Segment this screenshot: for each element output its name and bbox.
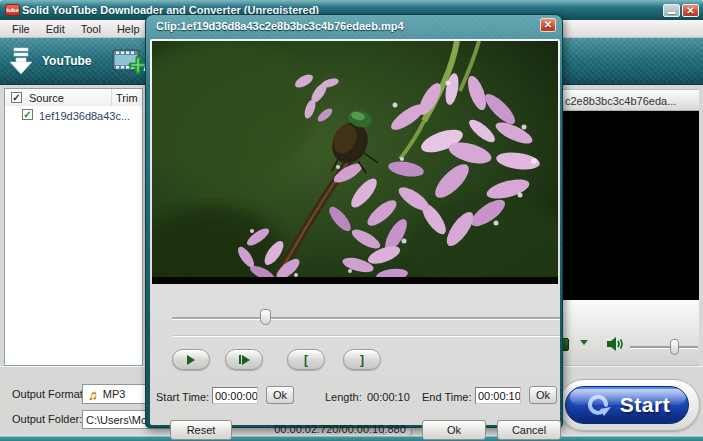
separator [172, 335, 560, 337]
column-trim[interactable]: Trim [116, 92, 138, 104]
length-label: Length: [325, 391, 362, 403]
step-forward-icon [239, 355, 241, 364]
menu-file[interactable]: File [4, 21, 38, 37]
output-format-value: MP3 [103, 388, 126, 400]
start-time-input[interactable] [212, 387, 258, 404]
step-forward-button[interactable] [225, 349, 263, 370]
source-list-panel: ✓ Source Trim ✓ 1ef19d36d8a43c... [4, 88, 143, 366]
output-format-label: Output Format: [12, 388, 86, 400]
youtube-download-button[interactable]: YouTube [8, 41, 110, 81]
minimize-button[interactable] [663, 4, 680, 17]
start-button-frame: Start [558, 379, 700, 431]
chevron-down-icon[interactable] [580, 340, 588, 345]
close-bracket-icon: ] [360, 354, 364, 366]
start-button[interactable]: Start [565, 386, 689, 424]
video-frame [152, 41, 558, 284]
dialog-close-icon: ✕ [544, 20, 552, 30]
end-time-ok-button[interactable]: Ok [529, 386, 557, 404]
youtube-label: YouTube [42, 54, 92, 68]
seek-slider-thumb[interactable] [260, 309, 271, 325]
dialog-close-button[interactable]: ✕ [540, 18, 556, 32]
clip-dialog: Clip:1ef19d36d8a43c2e8b3bc3c4b76edaeb.mp… [145, 14, 563, 428]
output-folder-label: Output Folder: [12, 413, 82, 425]
speaker-icon[interactable] [606, 336, 623, 352]
music-note-icon: ♫ [88, 387, 98, 402]
end-time-input[interactable] [475, 387, 521, 404]
column-source[interactable]: Source [29, 92, 64, 104]
minimize-icon [668, 12, 675, 14]
video-still-lilac-beetle [152, 41, 558, 284]
source-list-header: ✓ Source Trim [5, 89, 142, 106]
add-video-button[interactable] [112, 46, 146, 76]
window-bottom-edge [0, 435, 703, 441]
reset-button[interactable]: Reset [170, 420, 232, 440]
start-time-label: Start Time: [156, 391, 209, 403]
column-divider [111, 89, 112, 106]
seek-slider-track[interactable] [172, 317, 560, 320]
open-bracket-icon: [ [304, 354, 308, 366]
length-value: 00:00:10 [367, 391, 410, 403]
mark-start-button[interactable]: [ [287, 349, 325, 370]
dialog-cancel-button[interactable]: Cancel [497, 420, 561, 440]
mark-end-button[interactable]: ] [343, 349, 381, 370]
select-all-checkbox[interactable]: ✓ [11, 92, 22, 103]
app-icon: tube [5, 4, 20, 16]
menu-edit[interactable]: Edit [38, 21, 73, 37]
close-button[interactable]: ✕ [682, 4, 699, 17]
menu-help[interactable]: Help [109, 21, 148, 37]
volume-slider-track[interactable] [630, 346, 698, 349]
play-button[interactable] [172, 349, 210, 370]
end-time-label: End Time: [422, 391, 472, 403]
menu-tool[interactable]: Tool [73, 21, 109, 37]
clip-dialog-body: [ ] Start Time: Ok Length: 00:00:10 End … [150, 39, 560, 425]
preview-filename: c2e8b3bc3c4b76eda... [565, 95, 676, 107]
start-time-ok-button[interactable]: Ok [266, 386, 294, 404]
source-row[interactable]: ✓ 1ef19d36d8a43c... [5, 108, 142, 124]
source-row-label: 1ef19d36d8a43c... [39, 110, 130, 122]
source-row-checkbox[interactable]: ✓ [22, 109, 33, 120]
clip-dialog-title: Clip:1ef19d36d8a43c2e8b3bc3c4b76edaeb.mp… [156, 20, 404, 32]
start-button-gloss [570, 389, 686, 405]
dialog-ok-button[interactable]: Ok [422, 420, 486, 440]
volume-slider-thumb[interactable] [670, 339, 679, 355]
app-window: tube Solid YouTube Downloader and Conver… [0, 0, 703, 441]
download-arrow-icon [8, 47, 34, 75]
film-add-icon [112, 46, 146, 76]
close-icon: ✕ [686, 6, 694, 16]
playback-position-text: 00:00:02.720/00:00:10.880 [270, 423, 410, 435]
play-icon [187, 355, 195, 365]
